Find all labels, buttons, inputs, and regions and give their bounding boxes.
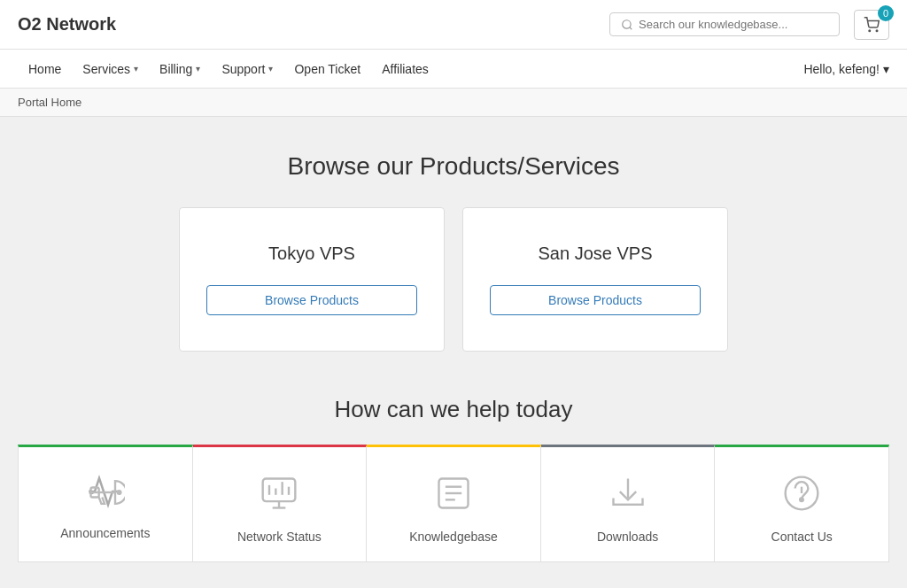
nav-label-services: Services — [82, 62, 130, 76]
help-card-knowledgebase[interactable]: Knowledgebase — [367, 445, 541, 562]
nav-label-open-ticket: Open Ticket — [294, 62, 360, 76]
cart-badge: 0 — [878, 5, 894, 21]
cart-icon — [864, 17, 880, 33]
chevron-down-icon: ▾ — [134, 64, 138, 74]
svg-line-1 — [630, 27, 632, 29]
help-card-downloads[interactable]: Downloads — [541, 445, 716, 562]
nav-right: Hello, kefeng! ▾ — [803, 62, 889, 76]
nav-label-billing: Billing — [159, 62, 192, 76]
chevron-down-icon: ▾ — [196, 64, 200, 74]
help-section-title: How can we help today — [18, 396, 889, 423]
product-card-tokyo: Tokyo VPS Browse Products — [179, 207, 445, 352]
help-label-network-status: Network Status — [237, 530, 322, 544]
help-label-announcements: Announcements — [60, 526, 150, 540]
nav-item-home[interactable]: Home — [18, 50, 72, 89]
breadcrumb-label: Portal Home — [18, 96, 81, 109]
help-label-downloads: Downloads — [597, 530, 658, 544]
nav-item-support[interactable]: Support ▾ — [211, 50, 283, 89]
help-label-contact: Contact Us — [771, 530, 833, 544]
contact-icon — [782, 474, 821, 515]
user-greeting-text: Hello, kefeng! — [803, 62, 880, 76]
browse-products-button-sanjose[interactable]: Browse Products — [490, 285, 701, 315]
search-input[interactable] — [639, 18, 828, 31]
product-card-title-tokyo: Tokyo VPS — [268, 244, 355, 264]
user-greeting[interactable]: Hello, kefeng! ▾ — [803, 62, 889, 76]
network-status-icon — [260, 474, 298, 515]
svg-point-3 — [876, 30, 878, 32]
help-cards: Announcements Network Status — [18, 445, 889, 562]
nav-label-home: Home — [28, 62, 61, 76]
header: O2 Network 0 — [0, 0, 907, 50]
svg-rect-6 — [263, 479, 296, 502]
help-card-contact[interactable]: Contact Us — [715, 445, 889, 562]
navbar: Home Services ▾ Billing ▾ Support ▾ Open… — [0, 50, 907, 89]
nav-label-affiliates: Affiliates — [382, 62, 429, 76]
svg-point-2 — [869, 30, 871, 32]
search-box[interactable] — [609, 12, 840, 36]
svg-point-5 — [118, 491, 121, 494]
header-right: 0 — [609, 10, 889, 40]
product-cards: Tokyo VPS Browse Products San Jose VPS B… — [18, 207, 889, 352]
chevron-down-icon: ▾ — [268, 64, 273, 74]
announcements-icon — [86, 474, 125, 512]
help-card-network-status[interactable]: Network Status — [193, 445, 368, 562]
browse-products-button-tokyo[interactable]: Browse Products — [206, 285, 417, 315]
product-card-sanjose: San Jose VPS Browse Products — [462, 207, 728, 352]
svg-point-0 — [623, 19, 631, 27]
nav-item-services[interactable]: Services ▾ — [72, 50, 149, 89]
nav-left: Home Services ▾ Billing ▾ Support ▾ Open… — [18, 50, 439, 89]
nav-item-billing[interactable]: Billing ▾ — [149, 50, 211, 89]
help-label-knowledgebase: Knowledgebase — [409, 530, 498, 544]
knowledgebase-icon — [434, 474, 473, 515]
breadcrumb: Portal Home — [0, 89, 907, 117]
downloads-icon — [609, 474, 647, 515]
site-title: O2 Network — [18, 14, 116, 35]
nav-item-affiliates[interactable]: Affiliates — [371, 50, 439, 89]
search-icon — [621, 19, 633, 31]
nav-item-open-ticket[interactable]: Open Ticket — [283, 50, 371, 89]
header-left: O2 Network — [18, 14, 116, 35]
help-card-announcements[interactable]: Announcements — [18, 445, 193, 562]
products-section-title: Browse our Products/Services — [18, 152, 889, 181]
product-card-title-sanjose: San Jose VPS — [539, 244, 653, 264]
main-content: Browse our Products/Services Tokyo VPS B… — [0, 117, 907, 580]
cart-button[interactable]: 0 — [854, 10, 889, 40]
nav-label-support: Support — [221, 62, 265, 76]
chevron-down-icon: ▾ — [883, 62, 889, 76]
